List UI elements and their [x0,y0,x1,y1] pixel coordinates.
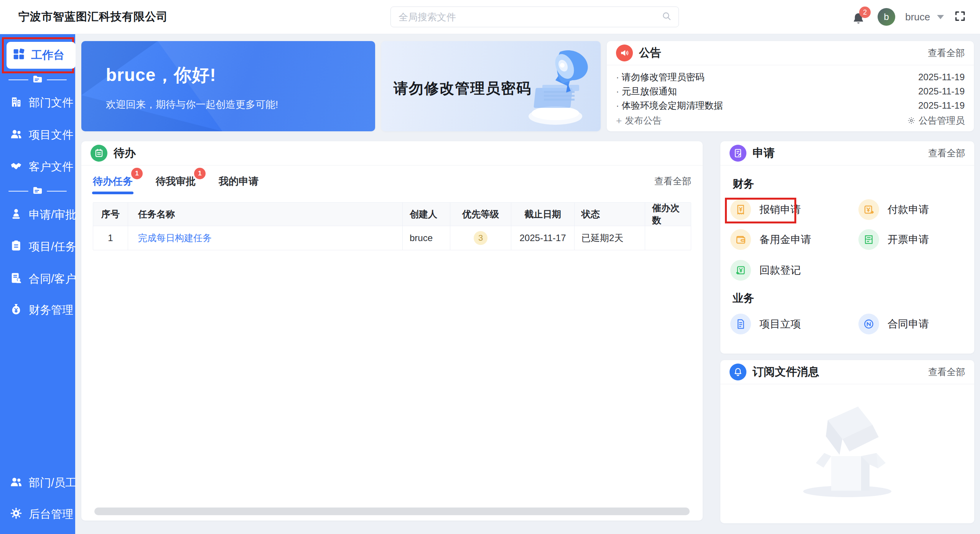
gear-icon [907,116,916,125]
announcement-item-text[interactable]: 请勿修改管理员密码 [616,71,911,83]
sidebar-item-label: 部门/员工 [29,475,76,491]
announcement-item-text[interactable]: 元旦放假通知 [616,85,911,98]
sidebar-item-dept-files[interactable]: 部门文件 [10,95,73,111]
horizontal-scrollbar[interactable] [94,508,690,515]
announcement-panel: 公告 查看全部 请勿修改管理员密码 2025-11-19 元旦放假通知 2025… [607,41,974,131]
sidebar-item-apply-approve[interactable]: 申请/审批 [10,207,76,223]
tab-todo-tasks[interactable]: 待办任务 1 [93,175,133,188]
greeting-title: bruce，你好! [106,63,216,87]
app-item-petty-cash[interactable]: 备用金申请 [730,229,811,250]
sidebar-item-project-task[interactable]: 项目/任务 [10,239,76,255]
sidebar-item-label: 申请/审批 [29,207,76,223]
project-doc-icon [730,314,751,334]
invoice-icon [858,229,879,250]
table-header-row: 序号 任务名称 创建人 优先等级 截止日期 状态 催办次数 [93,203,691,226]
todo-tabs: 待办任务 1 待我审批 1 我的申请 查看全部 [81,165,703,197]
company-name: 宁波市智蓝图汇科技有限公司 [18,9,168,25]
publish-announcement-button[interactable]: 发布公告 [616,114,662,127]
app-item-project-init[interactable]: 项目立项 [730,313,801,335]
username[interactable]: bruce [905,11,930,23]
announcement-item[interactable]: 请勿修改管理员密码 2025-11-19 [616,70,965,84]
todo-calendar-icon [91,145,107,162]
sidebar-item-project-files[interactable]: 项目文件 [10,127,73,143]
announcement-view-all[interactable]: 查看全部 [928,47,965,59]
col-status: 状态 [575,203,645,226]
contract-link-icon [858,314,879,334]
col-priority: 优先等级 [450,203,511,226]
tab-my-applications[interactable]: 我的申请 [219,175,259,188]
apply-panel: 申请 查看全部 财务 报销申请 付款申请 备用金申请 开票申请 回款登记 业务 [720,141,974,354]
announcement-manager-button[interactable]: 公告管理员 [907,114,965,127]
users-icon [10,128,22,143]
greeting-banner: bruce，你好! 欢迎回来，期待与你一起创造更多可能! [81,41,375,131]
col-index: 序号 [93,203,128,226]
subscribe-panel: 订阅文件消息 查看全部 [720,360,974,523]
app-item-collection[interactable]: 回款登记 [730,260,801,281]
app-item-contract-apply[interactable]: 合同申请 [858,313,929,335]
cell-priority: 3 [450,226,511,250]
subscribe-title: 订阅文件消息 [753,364,928,380]
business-section-label: 业务 [733,291,754,306]
todo-view-all[interactable]: 查看全部 [654,175,691,187]
annotation-box-workbench: 工作台 [2,37,74,73]
cell-deadline: 2025-11-17 [511,226,575,250]
col-creator: 创建人 [403,203,450,226]
cell-task-name: 完成每日构建任务 [128,226,403,250]
chevron-down-icon[interactable] [937,15,944,19]
people-icon [10,476,22,491]
gear-icon [10,507,22,522]
sidebar-item-label: 项目文件 [29,127,73,143]
cell-creator: bruce [403,226,450,250]
sidebar-divider-apps [0,186,75,196]
app-item-payment[interactable]: 付款申请 [858,199,929,220]
cell-urge-count [645,226,691,250]
announcement-item[interactable]: 体验环境会定期清理数据 2025-11-19 [616,98,965,112]
sidebar-item-finance[interactable]: 财务管理 [10,303,73,318]
priority-badge: 3 [474,231,488,245]
app-item-label: 项目立项 [759,317,801,331]
cell-status: 已延期2天 [575,226,645,250]
announcement-item-date: 2025-11-19 [918,72,965,83]
sidebar-item-customer-files[interactable]: 客户文件 [10,159,73,175]
col-deadline: 截止日期 [511,203,575,226]
sidebar-item-workbench[interactable]: 工作台 [7,42,76,69]
announcement-item[interactable]: 元旦放假通知 2025-11-19 [616,84,965,98]
subscribe-view-all[interactable]: 查看全部 [928,366,965,378]
notification-bell[interactable]: 2 [851,7,868,26]
empty-state-box-illustration [786,395,909,502]
apply-doc-icon [730,145,746,162]
sidebar: 工作台 部门文件 项目文件 客户文件 申请/审批 项目/任务 合同/客户 财务 [0,34,75,534]
avatar[interactable]: b [878,8,895,26]
task-link[interactable]: 完成每日构建任务 [138,232,212,244]
clipboard-icon [10,240,22,255]
app-item-label: 合同申请 [888,317,929,331]
announcement-manager-label: 公告管理员 [919,114,965,127]
promo-banner[interactable]: 请勿修改管理员密码 [381,41,601,131]
subscribe-bell-icon [730,364,746,380]
sidebar-item-admin[interactable]: 后台管理 [10,507,73,522]
sidebar-item-label: 部门文件 [29,95,73,111]
payment-icon [858,199,879,220]
sidebar-item-contract-customer[interactable]: 合同/客户 [10,271,76,287]
handshake-icon [10,160,22,175]
wallet-icon [730,229,751,250]
building-icon [10,96,22,111]
tab-my-approvals[interactable]: 待我审批 1 [156,175,196,188]
fullscreen-button[interactable] [954,10,966,24]
search-icon[interactable] [662,11,672,23]
workbench-grid-icon [13,48,25,63]
sidebar-item-dept-staff[interactable]: 部门/员工 [10,475,76,491]
global-search[interactable] [390,7,679,27]
announcement-title: 公告 [639,45,928,61]
app-item-label: 回款登记 [759,263,801,277]
app-item-invoice[interactable]: 开票申请 [858,229,929,250]
apply-view-all[interactable]: 查看全部 [928,147,965,159]
tab-badge: 1 [131,168,143,179]
search-input[interactable] [398,11,662,23]
person-stamp-icon [10,208,22,223]
todo-title: 待办 [114,145,693,161]
announcement-item-date: 2025-11-19 [918,100,965,111]
app-item-label: 开票申请 [888,233,929,246]
announcement-item-text[interactable]: 体验环境会定期清理数据 [616,99,911,112]
todo-table: 序号 任务名称 创建人 优先等级 截止日期 状态 催办次数 1 完成每日构建任务… [93,202,691,250]
